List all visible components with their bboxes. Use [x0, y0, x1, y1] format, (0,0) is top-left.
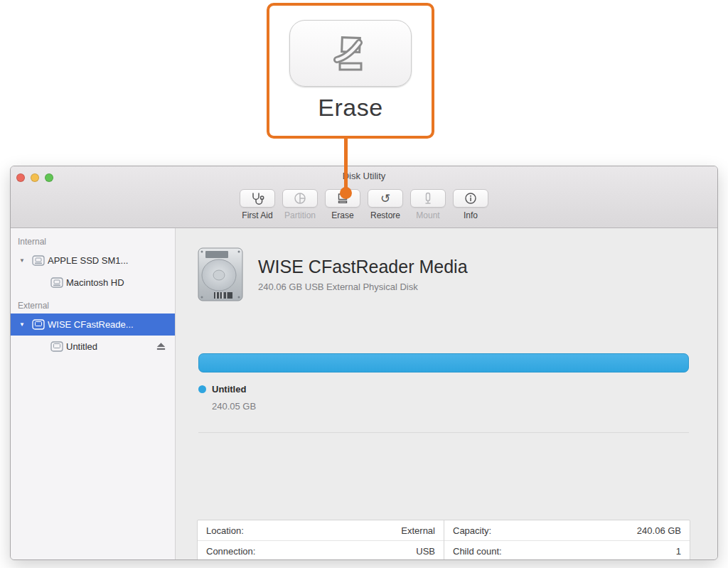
table-row: Connection: USB: [198, 541, 444, 560]
info-value: External: [401, 525, 435, 536]
table-row: Capacity: 240.06 GB: [444, 520, 690, 541]
sidebar: Internal ▼ APPLE SSD SM1... Macintosh HD…: [11, 228, 176, 559]
info-label: Child count:: [453, 546, 502, 557]
info-button[interactable]: Info: [453, 189, 488, 220]
volume-icon: [50, 277, 63, 288]
window-chrome: Disk Utility First Aid Pa: [11, 166, 717, 228]
main-pane: WISE CFastReader Media 240.06 GB USB Ext…: [176, 228, 717, 559]
table-row: Location: External: [198, 520, 444, 541]
callout-connector-dot: [340, 187, 352, 199]
window-title: Disk Utility: [11, 171, 717, 181]
device-header: WISE CFastReader Media 240.06 GB USB Ext…: [197, 247, 468, 302]
mount-button: Mount: [410, 189, 446, 220]
partition-name: Untitled: [212, 384, 246, 395]
disk-info-table: Location: External Connection: USB Parti…: [197, 520, 690, 560]
sidebar-item-untitled[interactable]: Untitled: [11, 336, 175, 358]
info-value: 1: [676, 546, 681, 557]
callout-connector-line: [344, 137, 348, 188]
info-label: Capacity:: [453, 525, 491, 536]
restore-label: Restore: [370, 210, 400, 220]
info-value: USB: [416, 546, 435, 557]
device-title: WISE CFastReader Media: [258, 257, 468, 277]
sidebar-item-apple-ssd[interactable]: ▼ APPLE SSD SM1...: [11, 250, 175, 272]
sidebar-item-label: Macintosh HD: [66, 277, 124, 288]
partition-map-bar[interactable]: [198, 353, 689, 373]
info-label: Connection:: [206, 546, 255, 557]
partition-legend: Untitled: [198, 384, 246, 395]
info-column-right: Capacity: 240.06 GB Child count: 1 Type:…: [444, 520, 690, 560]
partition-icon: [294, 192, 306, 205]
sidebar-section-external: External: [11, 299, 175, 314]
internal-drive-icon: [32, 255, 45, 266]
disclosure-triangle-icon[interactable]: ▼: [19, 321, 25, 328]
first-aid-icon: [250, 191, 264, 205]
volume-icon: [50, 341, 63, 352]
mount-icon: [422, 192, 434, 205]
sidebar-item-macintosh-hd[interactable]: Macintosh HD: [11, 272, 175, 294]
disk-utility-window: Disk Utility First Aid Pa: [10, 166, 718, 560]
erase-icon: [331, 33, 370, 73]
table-row: Child count: 1: [444, 541, 690, 560]
partition-color-dot: [198, 385, 206, 393]
sidebar-item-wise-cfastreader[interactable]: ▼ WISE CFastReade...: [11, 314, 175, 336]
partition-label: Partition: [284, 210, 316, 220]
erase-callout-label: Erase: [318, 94, 382, 122]
erase-callout-button: [289, 20, 412, 87]
info-label: Info: [464, 210, 478, 220]
info-label: Location:: [206, 525, 244, 536]
info-icon: [464, 192, 477, 205]
restore-button[interactable]: ↺ Restore: [368, 189, 403, 220]
first-aid-label: First Aid: [242, 210, 272, 220]
content-divider: [198, 432, 689, 433]
sidebar-section-internal: Internal: [11, 235, 175, 250]
hard-disk-icon: [197, 247, 244, 302]
external-drive-icon: [32, 319, 45, 330]
sidebar-item-label: WISE CFastReade...: [48, 319, 134, 330]
info-column-left: Location: External Connection: USB Parti…: [198, 520, 444, 560]
partition-button: Partition: [282, 189, 318, 220]
erase-label: Erase: [331, 210, 353, 220]
device-subtitle: 240.06 GB USB External Physical Disk: [258, 282, 468, 292]
first-aid-button[interactable]: First Aid: [240, 189, 275, 220]
eject-icon[interactable]: [156, 341, 166, 351]
toolbar: First Aid Partition Erase: [11, 189, 717, 220]
mount-label: Mount: [416, 210, 439, 220]
sidebar-item-label: APPLE SSD SM1...: [48, 255, 128, 266]
disclosure-triangle-icon[interactable]: ▼: [19, 257, 25, 264]
sidebar-item-label: Untitled: [66, 341, 97, 352]
partition-size: 240.05 GB: [212, 401, 256, 412]
restore-icon: ↺: [380, 193, 390, 205]
info-value: 240.06 GB: [637, 525, 681, 536]
erase-callout: Erase: [267, 3, 434, 139]
